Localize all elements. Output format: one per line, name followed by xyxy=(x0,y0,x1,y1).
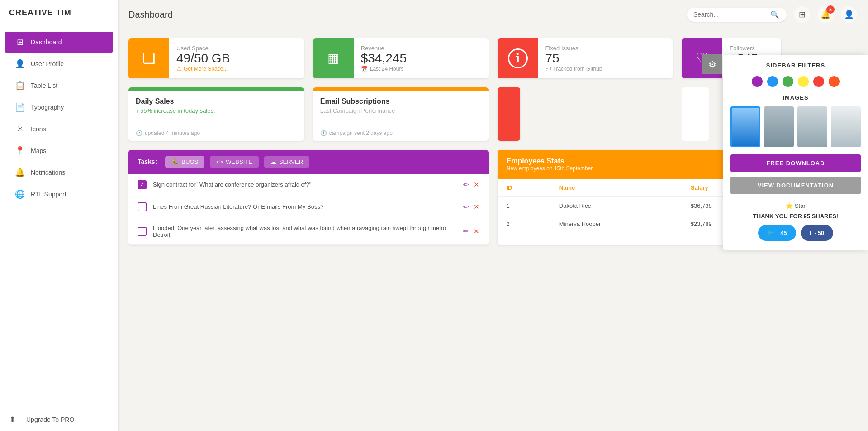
color-yellow[interactable] xyxy=(798,76,809,87)
twitter-share-button[interactable]: 🐦 · 45 xyxy=(758,225,796,241)
used-space-label: Used Space xyxy=(176,45,297,52)
filter-image-4[interactable] xyxy=(831,106,861,147)
sidebar-item-label: RTL Support xyxy=(31,191,66,198)
tasks-label: Tasks: xyxy=(138,158,157,165)
sidebar-item-label: Dashboard xyxy=(31,38,62,46)
task-edit-2[interactable]: ✏ xyxy=(463,203,469,211)
upgrade-pro-link[interactable]: ⬆ Upgrade To PRO xyxy=(0,408,118,431)
task-delete-2[interactable]: ✕ xyxy=(474,203,479,211)
sidebar-item-typography[interactable]: 📄 Typography xyxy=(5,97,113,118)
task-actions-1: ✏ ✕ xyxy=(463,181,479,189)
filter-image-2[interactable] xyxy=(764,106,794,147)
followers-label: Followers xyxy=(730,45,774,52)
email-subscriptions-footer: 🕐 campaign sent 2 days ago xyxy=(313,125,489,141)
col-id: ID xyxy=(498,179,550,197)
user-menu-button[interactable]: 👤 xyxy=(841,6,857,23)
cell-id-1: 1 xyxy=(498,196,550,215)
grid-button[interactable]: ⊞ xyxy=(794,6,810,23)
sidebar-item-maps[interactable]: 📍 Maps xyxy=(5,140,113,161)
sidebar-item-table-list[interactable]: 📋 Table List xyxy=(5,75,113,96)
table-list-icon: 📋 xyxy=(14,81,26,91)
task-text-1: Sign contract for "What are conference o… xyxy=(153,181,457,188)
shares-label: THANK YOU FOR 95 SHARES! xyxy=(723,213,868,220)
task-edit-1[interactable]: ✏ xyxy=(463,181,469,189)
twitter-icon: 🐦 xyxy=(767,230,774,236)
code-icon: <> xyxy=(216,158,223,165)
typography-icon: 📄 xyxy=(14,102,26,112)
sidebar-item-rtl-support[interactable]: 🌐 RTL Support xyxy=(5,184,113,205)
task-actions-2: ✏ ✕ xyxy=(463,203,479,211)
task-item-1: Sign contract for "What are conference o… xyxy=(128,174,489,196)
rtl-icon: 🌐 xyxy=(14,189,26,199)
header: Dashboard 🔍 ⊞ 🔔 5 👤 xyxy=(118,0,868,29)
used-space-footer[interactable]: ⚠ Get More Space... xyxy=(176,66,297,72)
filter-images xyxy=(723,106,868,147)
col-name: Name xyxy=(550,179,682,197)
sidebar-item-icons[interactable]: ✳ Icons xyxy=(5,119,113,139)
facebook-share-button[interactable]: f · 50 xyxy=(801,225,833,241)
completed-tasks-bar xyxy=(498,87,520,91)
task-delete-1[interactable]: ✕ xyxy=(474,181,479,189)
task-delete-3[interactable]: ✕ xyxy=(474,227,479,235)
revenue-value: $34,245 xyxy=(361,52,481,66)
revenue-icon-bg: ▦ xyxy=(313,38,354,78)
bugs-icon: 🐛 xyxy=(171,158,179,165)
search-icon: 🔍 xyxy=(770,10,779,19)
filter-image-1[interactable] xyxy=(730,106,760,147)
tab-bugs[interactable]: 🐛 BUGS xyxy=(165,156,204,168)
sidebar-item-notifications[interactable]: 🔔 Notifications xyxy=(5,162,113,183)
daily-sales-body: Daily Sales ↑ 55% increase in today sale… xyxy=(128,91,304,125)
color-red[interactable] xyxy=(813,76,824,87)
user-profile-icon: 👤 xyxy=(14,59,26,69)
right-panel-stub xyxy=(682,87,709,141)
sidebar-item-user-profile[interactable]: 👤 User Profile xyxy=(5,53,113,74)
used-space-icon-bg: ❏ xyxy=(128,38,169,78)
star-button[interactable]: ⭐ Star xyxy=(723,199,868,213)
content-area: ❏ Used Space 49/50 GB ⚠ Get More Space..… xyxy=(118,29,868,431)
stat-card-revenue: ▦ Revenue $34,245 📅 Last 24 Hours xyxy=(313,38,489,78)
sidebar-item-label: Notifications xyxy=(31,169,65,176)
task-checkbox-2[interactable] xyxy=(138,202,147,211)
tasks-header: Tasks: 🐛 BUGS <> WEBSITE ☁ SERVER xyxy=(128,150,489,174)
free-download-button[interactable]: FREE DOWNLOAD xyxy=(730,154,861,172)
color-green[interactable] xyxy=(783,76,793,87)
color-blue[interactable] xyxy=(767,76,778,87)
filter-images-label: IMAGES xyxy=(723,94,868,101)
clock-icon-2: 🕐 xyxy=(320,130,327,136)
notifications-button[interactable]: 🔔 5 xyxy=(817,6,834,23)
color-purple[interactable] xyxy=(752,76,763,87)
task-edit-3[interactable]: ✏ xyxy=(463,227,469,235)
tab-server[interactable]: ☁ SERVER xyxy=(264,156,309,168)
copy-icon: ❏ xyxy=(142,50,156,67)
cell-id-2: 2 xyxy=(498,215,550,233)
task-checkbox-3[interactable] xyxy=(138,227,147,236)
gear-icon: ⚙ xyxy=(708,59,716,70)
used-space-body: Used Space 49/50 GB ⚠ Get More Space... xyxy=(169,38,304,78)
sidebar-item-dashboard[interactable]: ⊞ Dashboard xyxy=(5,32,113,53)
search-input[interactable] xyxy=(693,11,770,18)
fixed-issues-footer: 🏷 Tracked from Github xyxy=(545,66,666,72)
view-documentation-button[interactable]: VIEW DOCUMENTATION xyxy=(730,177,861,194)
sidebar-item-label: Typography xyxy=(31,104,64,111)
main-content: Dashboard 🔍 ⊞ 🔔 5 👤 ❏ xyxy=(118,0,868,431)
color-orange[interactable] xyxy=(829,76,840,87)
filter-image-3[interactable] xyxy=(797,106,827,147)
tasks-panel: Tasks: 🐛 BUGS <> WEBSITE ☁ SERVER xyxy=(128,150,489,245)
daily-sales-subtitle: ↑ 55% increase in today sales. xyxy=(136,107,297,114)
search-box[interactable]: 🔍 xyxy=(687,8,787,22)
gear-overlay-button[interactable]: ⚙ xyxy=(702,54,722,74)
task-checkbox-1[interactable] xyxy=(138,180,147,189)
fixed-issues-body: Fixed Issues 75 🏷 Tracked from Github xyxy=(538,38,673,78)
fixed-issues-value: 75 xyxy=(545,52,666,66)
daily-sales-footer: 🕐 updated 4 minutes ago xyxy=(128,125,304,141)
task-text-2: Lines From Great Russian Literature? Or … xyxy=(153,203,457,210)
tab-website[interactable]: <> WEBSITE xyxy=(210,156,259,168)
page-title: Dashboard xyxy=(128,10,173,20)
dashboard-icon: ⊞ xyxy=(14,37,26,47)
calendar-icon: 📅 xyxy=(361,66,368,72)
stat-card-used-space: ❏ Used Space 49/50 GB ⚠ Get More Space..… xyxy=(128,38,304,78)
sidebar-nav: ⊞ Dashboard 👤 User Profile 📋 Table List … xyxy=(0,26,118,408)
clock-icon: 🕐 xyxy=(136,130,142,136)
sidebar-item-label: Maps xyxy=(31,147,46,154)
filter-colors xyxy=(723,76,868,87)
